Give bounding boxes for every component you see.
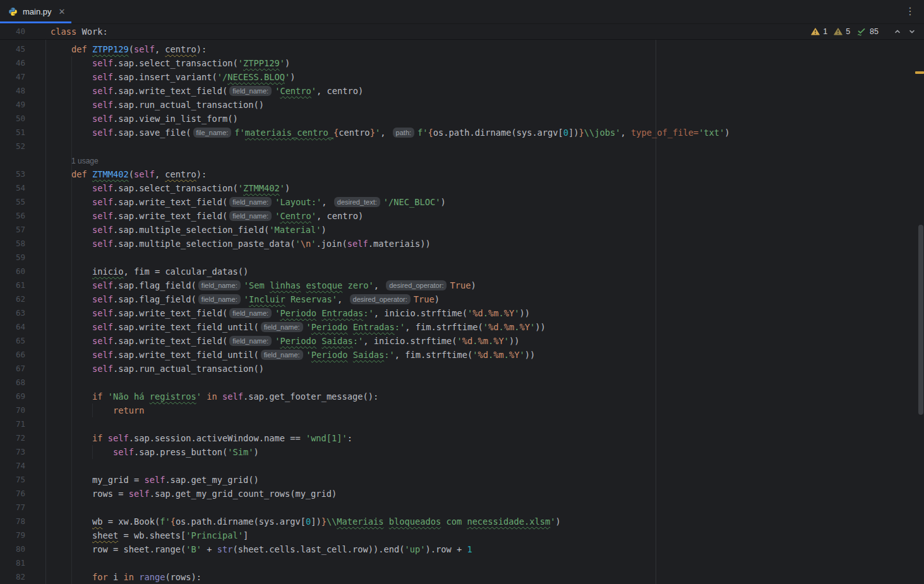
line-number[interactable]: 46 (0, 56, 25, 70)
more-actions-icon[interactable]: ⋮ (905, 5, 915, 18)
code-line[interactable]: 70return (0, 403, 924, 417)
line-number[interactable]: 59 (0, 251, 25, 265)
code-line[interactable]: 71 (0, 417, 924, 431)
line-number[interactable]: 54 (0, 181, 25, 195)
code-line[interactable]: 80row = sheet.range('B' + str(sheet.cell… (0, 542, 924, 556)
close-icon[interactable]: ✕ (59, 8, 66, 16)
line-number[interactable]: 68 (0, 376, 25, 390)
line-number[interactable]: 76 (0, 487, 25, 501)
code-line[interactable]: 78wb = xw.Book(f'{os.path.dirname(sys.ar… (0, 515, 924, 528)
code-line[interactable]: 75my_grid = self.sap.get_my_grid() (0, 473, 924, 487)
line-number[interactable]: 56 (0, 209, 25, 223)
code-line[interactable]: 49self.sap.run_actual_transaction() (0, 98, 924, 112)
inlay-hint[interactable]: field_name: (229, 308, 272, 318)
inlay-hint[interactable]: field_name: (229, 197, 272, 207)
line-number[interactable]: 64 (0, 320, 25, 334)
code-line[interactable]: 74 (0, 459, 924, 473)
inlay-hint[interactable]: field_name: (261, 322, 303, 332)
code-line[interactable]: 58self.sap.multiple_selection_paste_data… (0, 237, 924, 251)
inlay-hint[interactable]: field_name: (229, 211, 272, 221)
inlay-hint[interactable]: file_name: (193, 128, 232, 138)
code-line[interactable]: 68 (0, 376, 924, 390)
line-number[interactable]: 63 (0, 306, 25, 320)
code-line[interactable]: 81 (0, 556, 924, 570)
inlay-hint[interactable]: desired_operator: (350, 294, 411, 304)
line-number[interactable]: 47 (0, 70, 25, 84)
line-number[interactable]: 75 (0, 473, 25, 487)
line-number[interactable]: 50 (0, 112, 25, 126)
line-number[interactable]: 77 (0, 501, 25, 515)
inlay-hint[interactable]: field_name: (261, 350, 303, 360)
line-number[interactable]: 61 (0, 278, 25, 292)
code-line[interactable]: 48self.sap.write_text_field(field_name:'… (0, 84, 924, 98)
code-line[interactable]: 53def ZTMM402(self, centro): (0, 167, 924, 181)
ok-checkmark-icon[interactable] (856, 27, 867, 36)
line-number[interactable]: 55 (0, 195, 25, 209)
line-number[interactable]: 73 (0, 445, 25, 459)
inlay-hint[interactable]: desired_operator: (386, 280, 447, 290)
line-number[interactable]: 60 (0, 265, 25, 278)
line-number[interactable]: 53 (0, 167, 25, 181)
code-line[interactable]: 46self.sap.select_transaction('ZTPP129') (0, 56, 924, 70)
code-line[interactable]: 77 (0, 501, 924, 515)
code-line[interactable]: 56self.sap.write_text_field(field_name:'… (0, 209, 924, 223)
code-line[interactable]: 55self.sap.write_text_field(field_name:'… (0, 195, 924, 209)
line-number[interactable]: 72 (0, 431, 25, 445)
code-line[interactable]: 57self.sap.multiple_selection_field('Mat… (0, 223, 924, 237)
code-line[interactable]: 45def ZTPP129(self, centro): (0, 42, 924, 56)
line-number[interactable]: 82 (0, 570, 25, 584)
line-number[interactable]: 70 (0, 403, 25, 417)
line-number[interactable]: 69 (0, 390, 25, 403)
sticky-class-line[interactable]: 40 class Work: 1 5 85 (0, 24, 924, 40)
code-line[interactable]: 65self.sap.write_text_field(field_name:'… (0, 334, 924, 348)
line-number[interactable]: 62 (0, 292, 25, 306)
line-number[interactable]: 67 (0, 362, 25, 376)
line-number[interactable]: 65 (0, 334, 25, 348)
code-line[interactable]: 54self.sap.select_transaction('ZTMM402') (0, 181, 924, 195)
inlay-hint[interactable]: desired_text: (334, 197, 380, 207)
line-number[interactable]: 45 (0, 42, 25, 56)
line-number[interactable]: 57 (0, 223, 25, 237)
code-line[interactable]: 79sheet = wb.sheets['Principal'] (0, 528, 924, 542)
code-line[interactable]: 72if self.sap.session.activeWindow.name … (0, 431, 924, 445)
code-line[interactable]: 61self.sap.flag_field(field_name:'Sem li… (0, 278, 924, 292)
line-number[interactable]: 51 (0, 126, 25, 140)
inlay-hint[interactable]: field_name: (229, 86, 272, 96)
chevron-up-icon[interactable] (892, 28, 903, 35)
inlay-hint[interactable]: field_name: (198, 280, 241, 290)
tab-main-py[interactable]: main.py ✕ (0, 0, 71, 23)
code-line[interactable]: 47self.sap.insert_variant('/NECESS.BLOQ'… (0, 70, 924, 84)
code-line[interactable]: 59 (0, 251, 924, 265)
code-line[interactable]: 60inicio, fim = calcular_datas() (0, 265, 924, 278)
code-line[interactable]: 64self.sap.write_text_field_until(field_… (0, 320, 924, 334)
line-number[interactable]: 79 (0, 528, 25, 542)
line-number[interactable]: 81 (0, 556, 25, 570)
inlay-hint[interactable]: field_name: (229, 336, 272, 346)
line-number[interactable]: 80 (0, 542, 25, 556)
code-line[interactable]: 73self.sap.press_button('Sim') (0, 445, 924, 459)
code-line[interactable]: 52 (0, 140, 924, 153)
code-editor[interactable]: 45def ZTPP129(self, centro):46self.sap.s… (0, 42, 924, 584)
inlay-hint[interactable]: field_name: (198, 294, 241, 304)
code-line[interactable]: 63self.sap.write_text_field(field_name:'… (0, 306, 924, 320)
line-number[interactable]: 74 (0, 459, 25, 473)
line-number[interactable]: 48 (0, 84, 25, 98)
inlay-hint[interactable]: path: (393, 128, 414, 138)
line-number[interactable]: 78 (0, 515, 25, 528)
code-line[interactable]: 67self.sap.run_actual_transaction() (0, 362, 924, 376)
line-number[interactable]: 52 (0, 140, 25, 153)
code-line[interactable]: 82for i in range(rows): (0, 570, 924, 584)
code-line[interactable]: 69if 'Não há registros' in self.sap.get_… (0, 390, 924, 403)
code-line[interactable]: 50self.sap.view_in_list_form() (0, 112, 924, 126)
code-line[interactable]: 62self.sap.flag_field(field_name:'Inclui… (0, 292, 924, 306)
line-number[interactable]: 58 (0, 237, 25, 251)
code-line[interactable]: 51self.sap.save_file(file_name:f'materia… (0, 126, 924, 140)
line-number[interactable]: 71 (0, 417, 25, 431)
error-stripe-warning-mark[interactable] (915, 71, 924, 74)
code-line[interactable]: 76rows = self.sap.get_my_grid_count_rows… (0, 487, 924, 501)
vertical-scrollbar-thumb[interactable] (918, 225, 923, 415)
weak-warning-icon[interactable] (834, 28, 843, 35)
line-number[interactable]: 49 (0, 98, 25, 112)
warning-icon[interactable] (811, 28, 820, 35)
line-number[interactable]: 66 (0, 348, 25, 362)
